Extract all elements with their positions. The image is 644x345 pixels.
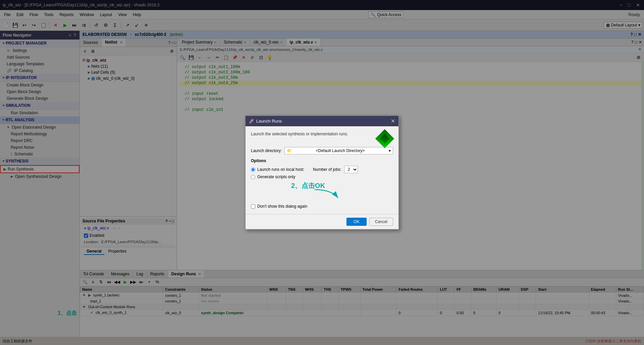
modal-cancel-button[interactable]: Cancel: [369, 218, 393, 226]
modal-dir-chevron: ▾: [389, 148, 391, 153]
modal-options-header: Options: [251, 158, 393, 163]
vivado-logo-area: [376, 130, 393, 147]
radio-local-label[interactable]: Launch runs on local host:: [257, 167, 304, 172]
modal-body: Launch the selected synthesis or impleme…: [246, 126, 398, 214]
dont-show-checkbox[interactable]: [251, 204, 255, 209]
dont-show-label[interactable]: Don't show this dialog again: [257, 204, 307, 209]
modal-ok-button[interactable]: OK: [346, 218, 366, 226]
modal-radio-group: Launch runs on local host: Number of job…: [251, 166, 393, 179]
modal-jobs-select[interactable]: 2 4 8: [344, 166, 358, 173]
modal-radio-scripts: Generate scripts only: [251, 175, 393, 179]
radio-scripts-only[interactable]: [251, 175, 255, 179]
radio-scripts-label[interactable]: Generate scripts only: [257, 175, 295, 179]
modal-launch-dir-select[interactable]: 📁 <Default Launch Directory> ▾: [284, 147, 393, 154]
modal-dir-icon: 📁: [287, 148, 292, 153]
modal-checkbox-row: Don't show this dialog again: [251, 204, 393, 209]
modal-launch-dir-value: <Default Launch Directory>: [316, 148, 365, 153]
modal-launch-dir-field: Launch directory: 📁 <Default Launch Dire…: [251, 147, 393, 154]
modal-header-icon: 🚀: [249, 119, 254, 124]
launch-runs-modal: 🚀 Launch Runs ✕ Launch the selected synt…: [245, 115, 399, 230]
modal-jobs-group: Number of jobs: 2 4 8: [313, 166, 358, 173]
modal-launch-dir-label: Launch directory:: [251, 148, 282, 153]
modal-header: 🚀 Launch Runs ✕: [246, 116, 398, 126]
modal-description: Launch the selected synthesis or impleme…: [251, 132, 348, 136]
modal-title: Launch Runs: [256, 119, 282, 124]
modal-radio-local: Launch runs on local host: Number of job…: [251, 166, 393, 173]
modal-overlay[interactable]: 🚀 Launch Runs ✕ Launch the selected synt…: [0, 0, 644, 345]
annotation-arrow-2: [311, 188, 345, 201]
vivado-logo-inner: [380, 134, 389, 143]
modal-jobs-label: Number of jobs:: [313, 167, 341, 172]
modal-close-button[interactable]: ✕: [391, 118, 395, 124]
radio-local-host[interactable]: [251, 167, 255, 172]
vivado-logo-diamond: [375, 129, 394, 148]
modal-footer: OK Cancel: [246, 214, 398, 229]
annotation-area-2: 2、点击OK: [251, 181, 393, 201]
